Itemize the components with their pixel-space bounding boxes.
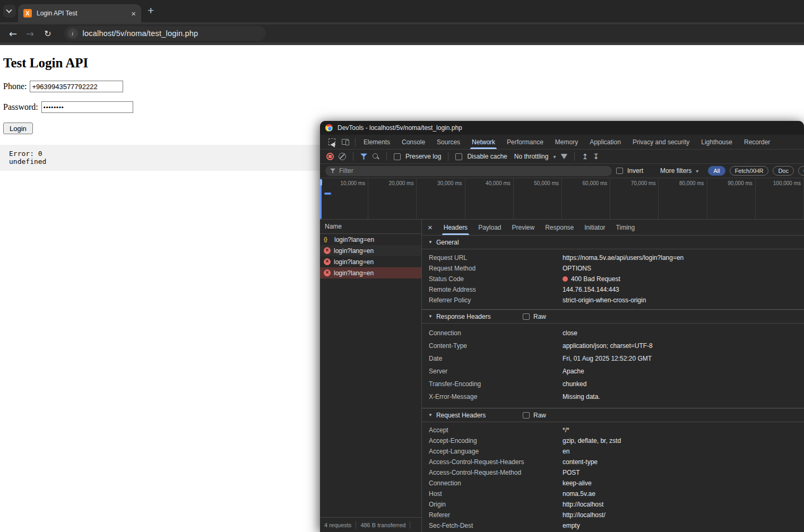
chip-doc[interactable]: Doc xyxy=(773,166,794,176)
devtools-tabbar: Elements Console Sources Network Perform… xyxy=(320,135,804,150)
filter-funnel-icon[interactable] xyxy=(360,153,367,160)
clear-icon[interactable] xyxy=(339,153,346,160)
request-row[interactable]: × login?lang=en xyxy=(320,256,421,267)
phone-field[interactable] xyxy=(30,81,123,92)
response-raw-checkbox[interactable] xyxy=(523,313,530,320)
output-line-1: Error: 0 xyxy=(9,150,42,158)
caret-down-icon: ▾ xyxy=(553,154,556,160)
transferred-size: 486 B transferred xyxy=(356,522,410,528)
detail-tab-payload[interactable]: Payload xyxy=(473,220,506,235)
password-label: Password: xyxy=(3,102,38,112)
chip-all[interactable]: All xyxy=(708,166,725,176)
request-list-panel: Name {} login?lang=en × login?lang=en × … xyxy=(320,220,422,532)
import-har-icon[interactable]: ↥ xyxy=(582,152,588,161)
timeline-tick: 50,000 ms xyxy=(514,178,562,219)
new-tab-button[interactable]: + xyxy=(148,4,154,17)
search-icon[interactable] xyxy=(372,153,379,160)
disable-cache-label: Disable cache xyxy=(467,153,507,160)
request-row[interactable]: × login?lang=en xyxy=(320,245,421,256)
general-section-header[interactable]: ▼ General xyxy=(422,236,804,249)
record-stop-icon[interactable] xyxy=(326,153,334,160)
triangle-down-icon: ▼ xyxy=(428,314,433,319)
browser-tab[interactable]: X Login API Test × xyxy=(18,4,141,22)
preserve-log-label: Preserve log xyxy=(405,153,441,160)
invert-checkbox[interactable] xyxy=(616,168,623,174)
tab-console[interactable]: Console xyxy=(396,135,431,149)
tab-application[interactable]: Application xyxy=(584,135,627,149)
export-har-icon[interactable]: ↧ xyxy=(593,152,599,161)
error-icon: × xyxy=(324,247,331,254)
timeline-tick: 30,000 ms xyxy=(417,178,465,219)
timeline-request-bar xyxy=(324,193,331,195)
output-line-2: undefined xyxy=(9,158,46,165)
status-dot xyxy=(563,276,568,282)
name-column-header[interactable]: Name xyxy=(320,220,421,234)
timeline-tick: 60,000 ms xyxy=(562,178,610,219)
filter-placeholder: Filter xyxy=(339,167,353,175)
detail-tab-timing[interactable]: Timing xyxy=(611,220,641,235)
password-field[interactable] xyxy=(41,101,133,113)
general-rows: Request URLhttps://noma.5v.ae/api/users/… xyxy=(422,249,804,309)
phone-label: Phone: xyxy=(3,82,27,91)
browser-tabstrip: X Login API Test × + xyxy=(0,0,804,22)
device-toolbar-icon[interactable] xyxy=(342,139,349,145)
preserve-log-checkbox[interactable] xyxy=(394,153,401,160)
tab-elements[interactable]: Elements xyxy=(358,135,396,149)
timeline-tick: 90,000 ms xyxy=(707,178,756,219)
disable-cache-checkbox[interactable] xyxy=(455,153,462,160)
tab-network[interactable]: Network xyxy=(466,135,501,149)
back-icon[interactable]: ← xyxy=(9,28,17,39)
timeline-activity-tick xyxy=(320,179,322,186)
detail-tab-response[interactable]: Response xyxy=(540,220,579,235)
request-headers-section-header[interactable]: ▼ Request Headers Raw xyxy=(422,408,804,422)
request-raw-checkbox[interactable] xyxy=(523,412,530,418)
devtools-titlebar[interactable]: DevTools - localhost/5v/noma/test_login.… xyxy=(320,121,804,135)
network-status-bar: 4 requests 486 B transferred xyxy=(320,517,421,532)
caret-down-icon: ▾ xyxy=(696,168,698,174)
forward-icon[interactable]: → xyxy=(26,28,34,39)
more-filters-button[interactable]: More filters xyxy=(660,167,691,175)
request-row[interactable]: {} login?lang=en xyxy=(320,234,421,245)
chrome-logo-icon xyxy=(325,124,333,132)
chip-css[interactable]: CSS xyxy=(798,166,804,176)
site-info-icon[interactable]: i xyxy=(67,28,78,39)
network-toolbar: Preserve log Disable cache No throttling… xyxy=(320,150,804,164)
devtools-window: DevTools - localhost/5v/noma/test_login.… xyxy=(320,121,804,532)
timeline-tick: 20,000 ms xyxy=(368,178,417,219)
filter-input[interactable]: Filter xyxy=(325,166,612,176)
page-title: Test Login API xyxy=(3,56,88,71)
inspect-element-icon[interactable] xyxy=(328,138,335,145)
divider xyxy=(355,138,356,146)
request-row-selected[interactable]: × login?lang=en xyxy=(320,267,421,278)
detail-tab-initiator[interactable]: Initiator xyxy=(579,220,610,235)
throttling-select[interactable]: No throttling xyxy=(514,153,549,160)
detail-tab-headers[interactable]: Headers xyxy=(438,220,473,235)
timeline-tick: 80,000 ms xyxy=(659,178,707,219)
login-button[interactable]: Login xyxy=(3,123,33,134)
tab-privacy-security[interactable]: Privacy and security xyxy=(627,135,695,149)
response-headers-section-header[interactable]: ▼ Response Headers Raw xyxy=(422,310,804,324)
close-detail-icon[interactable]: × xyxy=(422,220,438,235)
chevron-down-icon xyxy=(6,7,12,13)
tab-search-button[interactable] xyxy=(3,5,16,18)
detail-tab-preview[interactable]: Preview xyxy=(507,220,540,235)
url-bar[interactable]: i localhost/5v/noma/test_login.php xyxy=(64,26,266,41)
detail-tabbar: × Headers Payload Preview Response Initi… xyxy=(422,220,804,236)
reload-icon[interactable]: ↻ xyxy=(44,29,51,39)
json-icon: {} xyxy=(324,237,331,242)
network-conditions-icon[interactable] xyxy=(560,154,567,159)
screen: X Login API Test × + ← → ↻ i localhost/5… xyxy=(0,0,804,532)
timeline-tick: 100,000 ms xyxy=(756,178,804,219)
tab-performance[interactable]: Performance xyxy=(501,135,549,149)
error-icon: × xyxy=(324,269,331,276)
tab-sources[interactable]: Sources xyxy=(431,135,466,149)
error-icon: × xyxy=(324,258,331,265)
filter-funnel-small-icon xyxy=(330,168,335,173)
tab-lighthouse[interactable]: Lighthouse xyxy=(695,135,738,149)
chip-fetch-xhr[interactable]: Fetch/XHR xyxy=(730,166,769,176)
triangle-down-icon: ▼ xyxy=(428,413,433,417)
tab-memory[interactable]: Memory xyxy=(549,135,584,149)
tab-close-icon[interactable]: × xyxy=(131,10,136,18)
network-overview-timeline: 10,000 ms 20,000 ms 30,000 ms 40,000 ms … xyxy=(320,178,804,220)
tab-recorder[interactable]: Recorder xyxy=(738,135,776,149)
